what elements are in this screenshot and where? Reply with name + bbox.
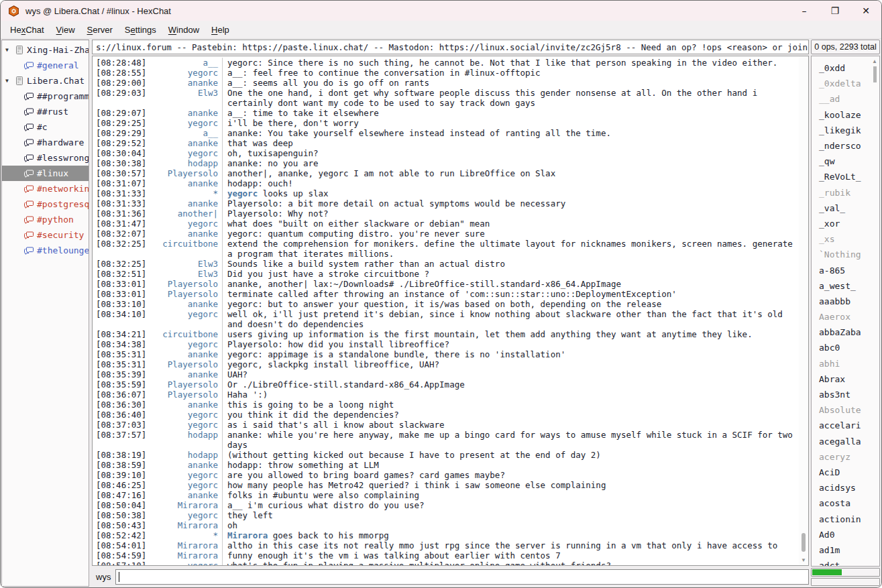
nick[interactable]: another| bbox=[149, 209, 223, 219]
minimize-button[interactable]: – bbox=[789, 1, 820, 21]
nick[interactable]: yegorc bbox=[149, 309, 223, 329]
nick[interactable]: ananke bbox=[149, 78, 223, 88]
menu-view[interactable]: View bbox=[50, 22, 81, 38]
nick[interactable]: Elw3 bbox=[149, 259, 223, 269]
tree-server-xing-hai-zha[interactable]: ▼Xing-Hai-Zha bbox=[2, 42, 89, 58]
nicklist-user[interactable]: a_west_ bbox=[819, 278, 870, 294]
message-input[interactable] bbox=[115, 569, 809, 585]
nick[interactable]: hodapp bbox=[149, 430, 223, 450]
nicklist-user[interactable]: Ad0 bbox=[819, 527, 870, 542]
scroll-up-icon[interactable]: ▲ bbox=[872, 58, 877, 64]
nick[interactable]: hodapp bbox=[149, 450, 223, 460]
nicklist-user[interactable]: a-865 bbox=[819, 262, 870, 278]
tree-channel-programm[interactable]: ##programm bbox=[2, 89, 89, 104]
nick[interactable]: yegorc bbox=[149, 219, 223, 229]
nick[interactable]: a__ bbox=[149, 58, 223, 68]
nicklist-user[interactable]: _xs bbox=[819, 231, 870, 247]
tree-channel-rust[interactable]: ##rust bbox=[2, 104, 89, 119]
tree-channel-hardware[interactable]: #hardware bbox=[2, 135, 89, 150]
nicklist-user[interactable]: accelari bbox=[819, 418, 870, 433]
nicklist-user[interactable]: Abrax bbox=[819, 371, 870, 387]
nicklist-user[interactable]: adct bbox=[819, 558, 870, 566]
nicklist-user[interactable]: _0xdd bbox=[819, 60, 870, 76]
nick[interactable]: yegorc bbox=[149, 148, 223, 158]
nick[interactable]: Playersolo bbox=[149, 359, 223, 369]
tree-server-libera.chat[interactable]: ▼Libera.Chat bbox=[2, 73, 89, 89]
tree-channel-c[interactable]: #c bbox=[2, 119, 89, 135]
nick[interactable]: Playersolo bbox=[149, 390, 223, 400]
nick[interactable]: yegorc bbox=[149, 470, 223, 480]
nick[interactable]: Elw3 bbox=[149, 269, 223, 279]
action-nick[interactable]: Mirarora bbox=[227, 530, 268, 540]
nick[interactable]: Mirarora bbox=[149, 520, 223, 530]
menu-hexchat[interactable]: HexChat bbox=[4, 22, 50, 38]
nick[interactable]: ananke bbox=[149, 108, 223, 118]
chat-scrollbar-thumb[interactable] bbox=[802, 533, 806, 552]
nicklist-user[interactable]: _ndersco bbox=[819, 138, 870, 154]
nick[interactable]: hodapp bbox=[149, 158, 223, 168]
nicklist-user[interactable]: aceryz bbox=[819, 449, 870, 465]
nicklist-user[interactable]: _rubik bbox=[819, 185, 870, 200]
nicklist-user[interactable]: acegalla bbox=[819, 434, 870, 449]
tree-channel-networkin[interactable]: #networkin bbox=[2, 181, 89, 196]
expander-icon[interactable]: ▼ bbox=[5, 47, 12, 53]
nick[interactable]: ananke bbox=[149, 198, 223, 209]
nicklist-user[interactable]: _likegik bbox=[819, 123, 870, 138]
nick[interactable]: * bbox=[149, 188, 223, 198]
nicklist-user[interactable]: _qw bbox=[819, 154, 870, 169]
topic-bar[interactable]: s://linux.forum -- Pastebin: https://pas… bbox=[92, 40, 809, 54]
menu-window[interactable]: Window bbox=[162, 22, 205, 38]
nicklist-scrollbar-thumb[interactable] bbox=[873, 66, 877, 82]
nicklist-user[interactable]: aaabbb bbox=[819, 294, 870, 309]
nick[interactable]: Playersolo bbox=[149, 379, 223, 390]
nick[interactable]: ananke bbox=[149, 490, 223, 500]
tree-channel-postgresq[interactable]: #postgresq bbox=[2, 196, 89, 212]
menu-server[interactable]: Server bbox=[81, 22, 119, 38]
tree-channel-python[interactable]: #python bbox=[2, 212, 89, 227]
nick[interactable]: yegorc bbox=[149, 420, 223, 430]
nick[interactable]: yegorc bbox=[149, 510, 223, 520]
own-nick-label[interactable]: wys bbox=[92, 572, 111, 582]
expander-icon[interactable]: ▼ bbox=[5, 78, 12, 84]
nicklist-user[interactable]: Absolute bbox=[819, 402, 870, 418]
nick[interactable]: yegorc bbox=[149, 561, 223, 565]
nicklist-user[interactable]: acosta bbox=[819, 495, 870, 511]
scroll-down-icon[interactable]: ▼ bbox=[801, 557, 806, 563]
chat-scrollbar[interactable]: ▼ bbox=[799, 56, 808, 565]
nick[interactable]: Playersolo bbox=[149, 279, 223, 289]
nick[interactable]: yegorc bbox=[149, 480, 223, 490]
nick[interactable]: circuitbone bbox=[149, 239, 223, 259]
nicklist-user[interactable]: _koolaze bbox=[819, 107, 870, 123]
nicklist-user[interactable]: abhi bbox=[819, 356, 870, 371]
nicklist-user[interactable]: Aaerox bbox=[819, 309, 870, 325]
tree-channel-lesswrong[interactable]: #lesswrong bbox=[2, 150, 89, 166]
nicklist-user[interactable]: _ReVoLt_ bbox=[819, 169, 870, 184]
maximize-button[interactable]: ❐ bbox=[820, 1, 850, 21]
nick[interactable]: ananke bbox=[149, 229, 223, 239]
nicklist-user[interactable]: abs3nt bbox=[819, 387, 870, 402]
nicklist-scrollbar[interactable]: ▲ bbox=[870, 56, 879, 566]
nick[interactable]: ananke bbox=[149, 369, 223, 379]
nicklist-user[interactable]: acidsys bbox=[819, 480, 870, 495]
nick[interactable]: a__ bbox=[149, 128, 223, 138]
nick[interactable]: ananke bbox=[149, 400, 223, 410]
nick[interactable]: Mirarora bbox=[149, 500, 223, 510]
action-nick[interactable]: yegorc bbox=[227, 188, 258, 198]
nick[interactable]: yegorc bbox=[149, 118, 223, 128]
nick[interactable]: Mirarora bbox=[149, 540, 223, 550]
nicklist-user[interactable]: `Nothing bbox=[819, 247, 870, 262]
nicklist-user[interactable]: abbaZaba bbox=[819, 325, 870, 340]
nick[interactable]: Elw3 bbox=[149, 88, 223, 108]
tree-channel-security[interactable]: #security bbox=[2, 227, 89, 243]
nicklist-user[interactable]: _xor bbox=[819, 216, 870, 231]
nick[interactable]: ananke bbox=[149, 460, 223, 470]
nick[interactable]: ananke bbox=[149, 138, 223, 148]
nick[interactable]: Playersolo bbox=[149, 289, 223, 299]
tree-channel-linux[interactable]: #linux bbox=[2, 166, 89, 181]
nicklist-user[interactable]: actionin bbox=[819, 511, 870, 526]
nick[interactable]: yegorc bbox=[149, 339, 223, 349]
menu-settings[interactable]: Settings bbox=[119, 22, 162, 38]
close-button[interactable]: ✕ bbox=[850, 1, 881, 21]
nick[interactable]: circuitbone bbox=[149, 329, 223, 339]
nick[interactable]: yegorc bbox=[149, 68, 223, 78]
